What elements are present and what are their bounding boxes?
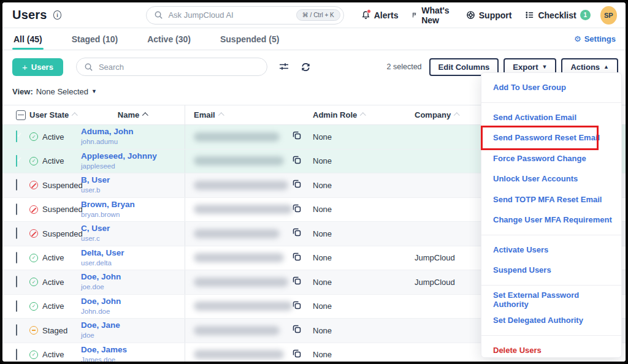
- username-label: John.doe: [81, 307, 185, 316]
- username-label: joe.doe: [81, 282, 185, 292]
- flag-icon: [412, 10, 418, 20]
- copy-icon[interactable]: [292, 349, 302, 358]
- ai-search-placeholder: Ask JumpCloud AI: [168, 10, 291, 20]
- user-state-label: Active: [42, 301, 64, 311]
- user-name-link[interactable]: Delta, User: [81, 248, 185, 259]
- gear-icon: ⚙: [574, 34, 581, 44]
- row-checkbox[interactable]: [16, 252, 17, 264]
- column-header-name[interactable]: Name: [81, 105, 185, 124]
- row-checkbox[interactable]: [16, 276, 17, 287]
- avatar[interactable]: SP: [600, 6, 617, 25]
- user-name-link[interactable]: Appleseed, Johnny: [81, 151, 185, 162]
- menu-item-activate-users[interactable]: Activate Users: [481, 240, 621, 260]
- user-name-link[interactable]: C, User: [81, 224, 185, 234]
- column-header-user-state[interactable]: User State: [29, 110, 81, 119]
- active-status-icon: ✓: [29, 254, 38, 262]
- menu-item-add-to-user-group[interactable]: Add To User Group: [481, 77, 621, 98]
- tab-staged[interactable]: Staged (10): [71, 29, 119, 49]
- redacted-email: [194, 350, 284, 359]
- menu-item-send-activation-email[interactable]: Send Activation Email: [481, 107, 621, 128]
- column-header-email[interactable]: Email: [185, 110, 292, 119]
- copy-icon[interactable]: [292, 179, 302, 189]
- user-name-link[interactable]: Doe, John: [81, 272, 185, 282]
- user-name-link[interactable]: Doe, James: [81, 345, 185, 355]
- user-state-label: Active: [42, 278, 64, 287]
- plus-icon: +: [22, 62, 28, 72]
- redacted-email: [194, 253, 284, 262]
- row-checkbox[interactable]: [16, 227, 17, 239]
- column-header-company[interactable]: Company: [389, 110, 488, 119]
- admin-role-cell: None: [313, 326, 389, 335]
- user-name-link[interactable]: B, User: [81, 175, 185, 186]
- user-state-label: Active: [42, 253, 64, 262]
- column-header-admin-role[interactable]: Admin Role: [313, 110, 389, 119]
- add-users-button[interactable]: + Users: [12, 58, 63, 76]
- user-state-label: Suspended: [42, 229, 83, 238]
- keyboard-shortcut-hint: ⌘ / Ctrl + K: [296, 9, 340, 21]
- user-state-cell: Suspended: [29, 229, 81, 238]
- row-checkbox[interactable]: [16, 324, 17, 336]
- user-name-link[interactable]: Doe, John: [81, 297, 185, 307]
- menu-item-delete-users[interactable]: Delete Users: [481, 340, 621, 361]
- search-placeholder: Search: [99, 63, 124, 72]
- sort-caret-icon: [142, 112, 148, 118]
- menu-item-send-password-reset-email[interactable]: Send Password Reset Email: [481, 127, 621, 148]
- sort-caret-icon: [218, 112, 224, 118]
- active-status-icon: ✓: [29, 302, 38, 311]
- copy-icon[interactable]: [292, 131, 302, 140]
- user-state-label: Active: [42, 156, 64, 165]
- settings-link[interactable]: ⚙ Settings: [574, 34, 616, 44]
- nav-support[interactable]: Support: [466, 10, 512, 20]
- row-checkbox[interactable]: [16, 155, 17, 167]
- nav-whats-new[interactable]: What's New: [412, 6, 452, 25]
- ai-search-input[interactable]: Ask JumpCloud AI ⌘ / Ctrl + K: [146, 6, 343, 25]
- copy-icon[interactable]: [292, 227, 302, 237]
- user-name-link[interactable]: Doe, Jane: [81, 320, 185, 331]
- nav-alerts[interactable]: Alerts: [361, 10, 399, 20]
- copy-icon[interactable]: [292, 324, 302, 334]
- user-state-label: Suspended: [42, 181, 83, 190]
- row-checkbox[interactable]: [16, 349, 17, 360]
- top-nav: Alerts What's New Support Checklist 1: [361, 6, 591, 25]
- refresh-button[interactable]: [301, 62, 311, 72]
- lifebuoy-icon: [466, 10, 475, 20]
- admin-role-cell: None: [313, 205, 389, 214]
- suspended-status-icon: [29, 229, 38, 238]
- menu-item-send-totp-mfa-reset-email[interactable]: Send TOTP MFA Reset Email: [481, 189, 621, 210]
- admin-role-cell: None: [313, 253, 389, 262]
- menu-item-unlock-user-accounts[interactable]: Unlock User Accounts: [481, 169, 621, 189]
- user-state-cell: Suspended: [29, 181, 81, 190]
- row-checkbox[interactable]: [16, 300, 17, 312]
- copy-icon[interactable]: [292, 203, 302, 213]
- checklist-icon: [525, 10, 534, 20]
- copy-icon[interactable]: [292, 300, 302, 310]
- search-input[interactable]: Search: [76, 58, 267, 76]
- tab-active[interactable]: Active (30): [146, 29, 192, 49]
- sort-caret-icon: [454, 112, 460, 118]
- tab-all[interactable]: All (45): [12, 29, 44, 49]
- user-state-cell: ✓Active: [29, 350, 81, 359]
- user-name-link[interactable]: Brown, Bryan: [81, 200, 185, 210]
- user-state-label: Staged: [42, 326, 67, 335]
- nav-checklist[interactable]: Checklist 1: [525, 10, 590, 20]
- select-all-checkbox[interactable]: [16, 110, 26, 120]
- row-checkbox[interactable]: [16, 131, 17, 142]
- row-checkbox[interactable]: [16, 203, 17, 215]
- info-icon[interactable]: i: [53, 10, 62, 20]
- menu-item-set-delegated-authority[interactable]: Set Delegated Authority: [481, 310, 621, 331]
- user-name-link[interactable]: Aduma, John: [81, 127, 185, 137]
- copy-icon[interactable]: [292, 276, 302, 286]
- menu-item-suspend-users[interactable]: Suspend Users: [481, 260, 621, 281]
- tab-suspended[interactable]: Suspended (5): [219, 29, 280, 49]
- row-checkbox[interactable]: [16, 179, 17, 191]
- menu-item-force-password-change[interactable]: Force Password Change: [481, 148, 621, 169]
- active-status-icon: ✓: [29, 157, 38, 165]
- chevron-up-icon: ▲: [603, 64, 609, 70]
- red-highlight-annotation: [481, 126, 599, 150]
- menu-item-change-user-mfa-requirement[interactable]: Change User MFA Requirement: [481, 210, 621, 230]
- menu-item-set-external-password-authority[interactable]: Set External Password Authority: [481, 290, 621, 311]
- copy-icon[interactable]: [292, 155, 302, 165]
- filter-button[interactable]: [278, 62, 289, 72]
- copy-icon[interactable]: [292, 252, 302, 262]
- username-label: jdoe: [81, 331, 185, 340]
